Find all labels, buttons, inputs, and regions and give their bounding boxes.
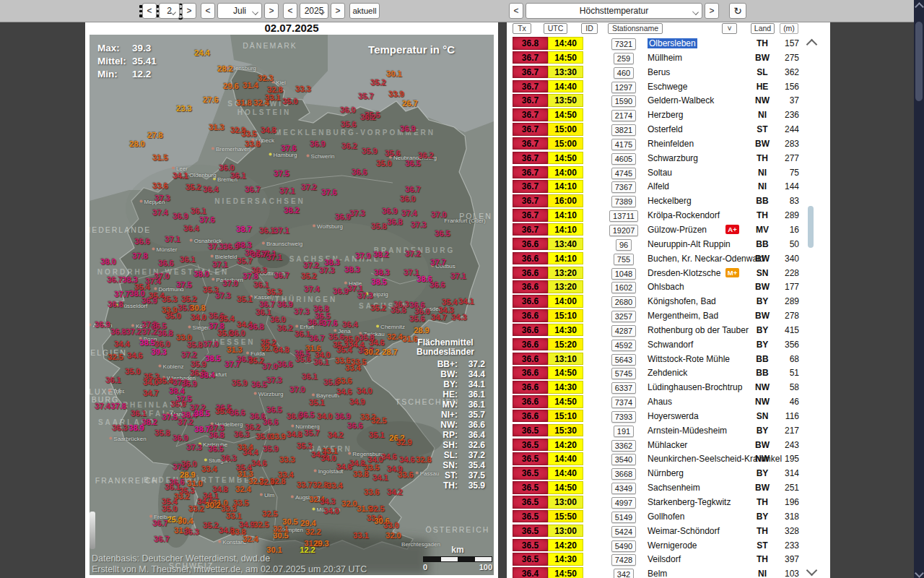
station-id-button[interactable]: 7374 [599, 395, 648, 408]
station-name[interactable]: Weimar-Schöndorf [648, 525, 720, 537]
table-row[interactable]: 36.514:403668NürnbergBY314 [507, 466, 817, 480]
station-name[interactable]: Ahaus [648, 396, 672, 407]
station-id-button[interactable]: 342 [599, 567, 648, 578]
station-id-button[interactable]: 3821 [599, 123, 648, 136]
table-row[interactable]: 36.514:504349SachsenheimBW251 [507, 480, 817, 495]
station-id-button[interactable]: 4592 [599, 338, 648, 351]
station-name[interactable]: Krölpa-Rockendorf [648, 210, 720, 221]
day-select[interactable]: 2 [159, 3, 180, 19]
map-zoom-slider[interactable] [90, 512, 95, 549]
station-id-button[interactable]: 5745 [599, 366, 648, 379]
header-id[interactable]: ID [581, 23, 598, 34]
station-id-button[interactable]: 7389 [599, 194, 648, 207]
parameter-select[interactable]: Höchsttemperatur [526, 3, 702, 19]
station-name[interactable]: Müllheim [648, 52, 682, 64]
station-name[interactable]: Heckelberg [648, 195, 692, 207]
station-id-button[interactable]: 96 [599, 238, 648, 251]
day-next-button[interactable]: > [182, 3, 196, 19]
station-id-button[interactable]: 4175 [599, 137, 648, 150]
station-id-button[interactable]: 2174 [599, 108, 648, 121]
station-name[interactable]: Wittstock-Rote Mühle [648, 353, 730, 365]
table-row[interactable]: 36.714:504605SchwarzburgTH277 [507, 151, 817, 165]
year-prev-button[interactable]: < [283, 3, 297, 19]
aktuell-button[interactable]: aktuell [349, 3, 380, 19]
month-next-button[interactable]: > [264, 3, 279, 19]
station-id-button[interactable]: 4287 [599, 324, 648, 337]
station-id-button[interactable]: 5490 [599, 539, 648, 552]
table-row[interactable]: 36.713:30460BerusSL362 [507, 65, 817, 79]
station-id-button[interactable]: 3257 [599, 309, 648, 322]
germany-temperature-map[interactable]: DÄNEMARKNIEDERLANDEBELGIENLUXEM-BURGFRAN… [90, 35, 494, 575]
station-id-button[interactable]: 1590 [599, 94, 648, 107]
month-prev-button[interactable]: < [201, 3, 215, 19]
header-filter-dropdown[interactable]: ˅ [722, 23, 737, 34]
refresh-button[interactable]: ↻ [729, 3, 746, 19]
station-name[interactable]: Hoyerswerda [648, 410, 699, 422]
station-id-button[interactable]: 191 [599, 424, 648, 437]
month-select[interactable]: Juli [217, 3, 262, 19]
table-row[interactable]: 36.614:002680Königshofen, BadBY289 [507, 294, 817, 309]
table-row[interactable]: 36.714:107367AlfeldNI144 [507, 179, 817, 194]
station-id-button[interactable]: 1602 [599, 280, 648, 293]
table-row[interactable]: 36.613:4096Neuruppin-Alt RuppinBB50 [507, 237, 817, 251]
table-row[interactable]: 36.714:401297EschwegeHE156 [507, 79, 817, 94]
station-name[interactable]: Buchen, Kr. Neckar-Odenwald [648, 253, 764, 264]
table-row[interactable]: 36.714:1019207Gülzow-PrüzenA+MV16 [507, 223, 817, 237]
station-id-button[interactable]: 460 [599, 66, 648, 79]
station-id-button[interactable]: 19207 [599, 223, 648, 236]
station-id-button[interactable]: 4997 [599, 496, 648, 509]
station-name[interactable]: Schwandorf [648, 339, 693, 350]
table-row[interactable]: 36.514:403540Neunkirchen-Seelscheid-Kraw… [507, 452, 817, 466]
table-row[interactable]: 36.514:205490WernigerodeST233 [507, 538, 817, 553]
station-id-button[interactable]: 7428 [599, 553, 648, 566]
station-name[interactable]: Veilsdorf [648, 553, 681, 565]
table-row[interactable]: 36.515:505149GollhofenBY318 [507, 509, 817, 524]
station-name[interactable]: Mühlacker [648, 439, 687, 451]
header-tx[interactable]: Tx [513, 23, 531, 34]
station-id-button[interactable]: 4605 [599, 152, 648, 165]
station-name[interactable]: Gollhofen [648, 511, 684, 522]
station-name[interactable]: Dresden-Klotzsche [648, 267, 720, 279]
station-name[interactable]: Sachsenheim [648, 482, 700, 493]
table-row[interactable]: 36.613:201602OhlsbachBW177 [507, 280, 817, 294]
station-name[interactable]: Wernigerode [648, 540, 697, 551]
table-scrollbar-thumb[interactable] [808, 206, 814, 248]
table-row[interactable]: 36.614:306337Lüdinghausen-BrochtrupNW58 [507, 380, 817, 394]
station-name[interactable]: Osterfeld [648, 124, 683, 135]
station-name[interactable]: Alfeld [648, 181, 669, 192]
station-name[interactable]: Lüdinghausen-Brochtrup [648, 381, 742, 393]
table-row[interactable]: 36.615:204592SchwandorfBY356 [507, 337, 817, 352]
station-name[interactable]: Rothenburg ob der Tauber [648, 324, 749, 336]
header-land[interactable]: Land [751, 23, 775, 34]
station-name[interactable]: Zehdenick [648, 367, 687, 379]
station-id-button[interactable]: 7321 [599, 37, 648, 50]
day-prev-button[interactable]: < [142, 3, 157, 19]
table-row[interactable]: 36.515:30191Arnstein-MüdesheimBY217 [507, 423, 817, 438]
station-name[interactable]: Eschwege [648, 81, 687, 92]
station-name[interactable]: Berus [648, 66, 670, 78]
station-name[interactable]: Geldern-Walbeck [648, 95, 714, 106]
station-id-button[interactable]: 5149 [599, 510, 648, 523]
station-id-button[interactable]: 755 [599, 252, 648, 265]
scroll-down-icon[interactable] [915, 569, 924, 578]
header-utc[interactable]: UTC [544, 23, 567, 34]
station-id-button[interactable]: 3540 [599, 452, 648, 465]
table-row[interactable]: 36.614:10755Buchen, Kr. Neckar-OdenwaldB… [507, 251, 817, 266]
table-row[interactable]: 36.615:107393HoyerswerdaSN116 [507, 409, 817, 423]
station-name[interactable]: Mergentheim, Bad [648, 310, 718, 322]
table-row[interactable]: 36.713:501590Geldern-WalbeckNW37 [507, 93, 817, 108]
page-scrollbar[interactable] [914, 0, 924, 578]
station-id-button[interactable]: 6337 [599, 381, 648, 394]
table-row[interactable]: 36.714:004745SoltauNI75 [507, 165, 817, 180]
station-id-button[interactable]: 5643 [599, 353, 648, 366]
station-name[interactable]: Nürnberg [648, 467, 684, 479]
station-id-button[interactable]: 259 [599, 51, 648, 64]
table-row[interactable]: 36.715:004175RheinfeldenBW283 [507, 137, 817, 151]
table-row[interactable]: 36.614:505745ZehdenickBB51 [507, 366, 817, 380]
station-id-button[interactable]: 1048 [599, 267, 648, 280]
station-name[interactable]: Arnstein-Müdesheim [648, 425, 727, 436]
year-select[interactable]: 2025 [300, 3, 328, 19]
parameter-prev-button[interactable]: < [509, 3, 523, 19]
table-row[interactable]: 36.613:105643Wittstock-Rote MühleBB68 [507, 352, 817, 366]
table-row[interactable]: 36.716:007389HeckelbergBB83 [507, 194, 817, 208]
